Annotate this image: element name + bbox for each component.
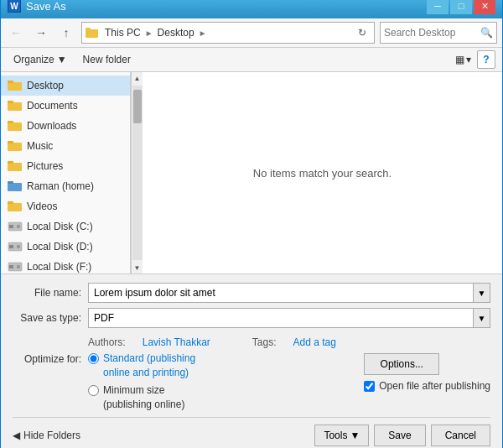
open-after-row: Open file after publishing — [364, 380, 490, 392]
tools-dropdown-arrow: ▼ — [350, 430, 360, 441]
dialog-title: Save As — [26, 0, 66, 13]
sidebar-label-desktop: Desktop — [27, 80, 64, 91]
hide-folders-arrow: ◀ — [13, 430, 20, 441]
path-separator-2: ► — [199, 29, 207, 38]
sidebar-label-downloads: Downloads — [27, 120, 76, 132]
close-button[interactable]: ✕ — [474, 0, 495, 14]
sidebar-item-raman[interactable]: Raman (home) — [1, 176, 130, 196]
filename-label: File name: — [13, 287, 88, 299]
organize-button[interactable]: Organize ▼ — [8, 51, 73, 68]
sidebar-item-music[interactable]: Music — [1, 136, 130, 156]
svg-point-23 — [18, 247, 19, 248]
cancel-button[interactable]: Cancel — [431, 425, 490, 446]
sidebar-label-documents: Documents — [27, 100, 78, 112]
sidebar-label-pictures: Pictures — [27, 160, 63, 172]
refresh-button[interactable]: ↻ — [354, 24, 371, 41]
second-toolbar: Organize ▼ New folder ▦ ▾ ? — [1, 48, 502, 72]
sidebar-item-pictures[interactable]: Pictures — [1, 156, 130, 176]
radio-minimum[interactable] — [88, 385, 99, 396]
options-section: Optimize for: Standard (publishingonline… — [13, 352, 490, 416]
search-box[interactable]: 🔍 — [380, 22, 497, 44]
forward-button[interactable]: → — [31, 23, 51, 43]
back-button[interactable]: ← — [6, 23, 26, 43]
new-folder-button[interactable]: New folder — [78, 52, 136, 67]
saveas-dropdown-btn[interactable]: ▼ — [474, 308, 490, 328]
folder-icon-music — [8, 139, 23, 153]
path-this-pc[interactable]: This PC — [102, 26, 143, 39]
saveas-input-group: ▼ — [88, 308, 490, 328]
sidebar-label-raman: Raman (home) — [27, 180, 94, 192]
scroll-thumb[interactable] — [133, 90, 142, 123]
open-after-label[interactable]: Open file after publishing — [379, 380, 490, 392]
navigation-toolbar: ← → ↑ This PC ► Desktop ► ↻ 🔍 — [1, 18, 502, 48]
up-button[interactable]: ↑ — [56, 23, 76, 43]
title-bar: W Save As ─ □ ✕ — [1, 0, 502, 18]
svg-rect-12 — [8, 183, 22, 191]
address-path: This PC ► Desktop ► — [102, 26, 350, 39]
sidebar-item-downloads[interactable]: Downloads — [1, 116, 130, 136]
folder-icon-documents — [8, 99, 23, 112]
scroll-track — [132, 86, 143, 260]
sidebar: Desktop Documents Downloads — [1, 72, 131, 273]
empty-message: No items match your search. — [253, 167, 392, 180]
radio-standard-item: Standard (publishingonline and printing) — [88, 352, 355, 380]
options-button[interactable]: Options... — [364, 353, 439, 375]
open-after-checkbox[interactable] — [364, 381, 375, 392]
folder-icon-desktop — [8, 79, 23, 92]
svg-rect-3 — [8, 81, 13, 83]
saveas-input[interactable] — [88, 308, 474, 328]
svg-rect-25 — [9, 265, 13, 268]
tools-button[interactable]: Tools ▼ — [314, 425, 369, 446]
tools-label: Tools — [324, 430, 347, 441]
authors-value[interactable]: Lavish Thakkar — [143, 336, 210, 348]
scroll-up-arrow[interactable]: ▲ — [132, 72, 143, 84]
scroll-down-arrow[interactable]: ▼ — [132, 262, 143, 273]
sidebar-label-d: Local Disk (D:) — [27, 241, 93, 253]
svg-rect-1 — [86, 28, 91, 30]
disk-icon-f — [8, 260, 23, 273]
content-area: No items match your search. — [143, 72, 502, 273]
svg-rect-7 — [8, 121, 13, 123]
radio-standard-label[interactable]: Standard (publishingonline and printing) — [103, 352, 195, 380]
sidebar-item-f-drive[interactable]: Local Disk (F:) — [1, 257, 130, 273]
sidebar-label-c: Local Disk (C:) — [27, 221, 93, 232]
folder-nav-icon — [86, 27, 99, 39]
save-button[interactable]: Save — [374, 425, 425, 446]
help-button[interactable]: ? — [477, 50, 495, 69]
filename-dropdown-btn[interactable]: ▼ — [474, 283, 490, 303]
svg-rect-8 — [8, 143, 22, 151]
radio-standard[interactable] — [88, 353, 99, 364]
filename-input[interactable] — [88, 283, 474, 303]
svg-rect-14 — [8, 203, 22, 211]
sidebar-label-videos: Videos — [27, 201, 57, 212]
tags-value[interactable]: Add a tag — [293, 336, 336, 348]
folder-icon-pictures — [8, 159, 23, 173]
path-separator-1: ► — [145, 29, 153, 38]
svg-rect-15 — [8, 201, 13, 204]
svg-rect-11 — [8, 161, 13, 164]
folder-icon-downloads — [8, 119, 23, 133]
sidebar-scrollbar[interactable]: ▲ ▼ — [131, 72, 143, 273]
view-button[interactable]: ▦ ▾ — [451, 51, 475, 68]
optimize-label: Optimize for: — [13, 352, 88, 365]
search-input[interactable] — [384, 27, 478, 39]
path-desktop[interactable]: Desktop — [155, 26, 197, 39]
sidebar-item-d-drive[interactable]: Local Disk (D:) — [1, 237, 130, 257]
hide-folders-button[interactable]: ◀ Hide Folders — [13, 430, 80, 441]
radio-minimum-item: Minimum size(publishing online) — [88, 383, 355, 412]
svg-rect-0 — [86, 29, 98, 38]
main-area: Desktop Documents Downloads — [1, 72, 502, 273]
radio-minimum-label[interactable]: Minimum size(publishing online) — [103, 383, 184, 412]
title-bar-left: W Save As — [8, 0, 66, 13]
bottom-panel: File name: ▼ Save as type: ▼ Authors: La… — [1, 273, 502, 448]
hide-folders-label: Hide Folders — [23, 430, 80, 441]
sidebar-item-videos[interactable]: Videos — [1, 196, 130, 216]
minimize-button[interactable]: ─ — [427, 0, 449, 14]
sidebar-label-music: Music — [27, 140, 53, 152]
sidebar-item-desktop[interactable]: Desktop — [1, 76, 130, 96]
authors-label: Authors: — [88, 336, 126, 348]
sidebar-item-documents[interactable]: Documents — [1, 96, 130, 116]
maximize-button[interactable]: □ — [450, 0, 472, 14]
sidebar-item-c-drive[interactable]: Local Disk (C:) — [1, 216, 130, 237]
folder-icon-videos — [8, 200, 23, 213]
